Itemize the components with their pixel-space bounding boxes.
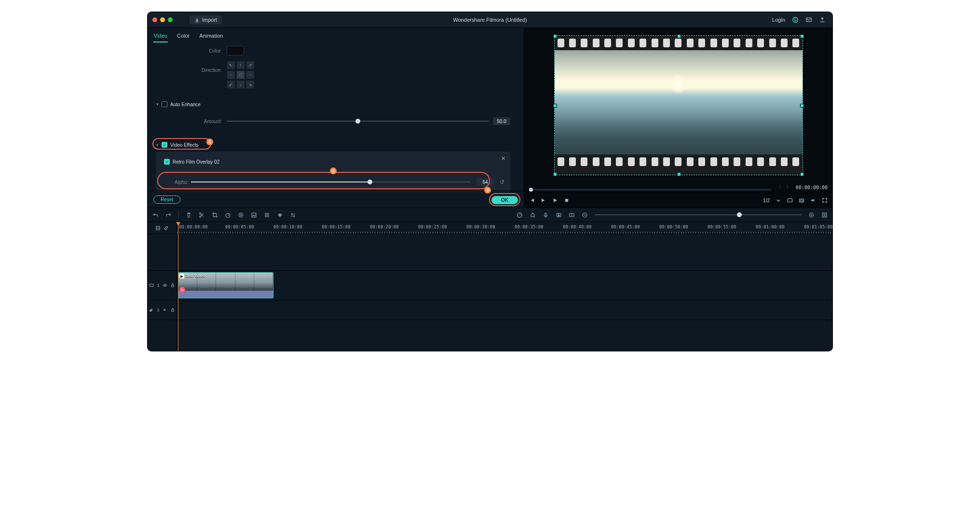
speaker-icon[interactable] xyxy=(163,307,167,312)
direction-grid: ↖ ↑ ↗ ← □ → ↙ ↓ ↘ xyxy=(227,61,255,89)
redo-icon[interactable] xyxy=(165,212,172,218)
video-effects-checkbox[interactable]: ✓ xyxy=(162,142,167,148)
stop-icon[interactable] xyxy=(564,197,570,203)
playhead[interactable] xyxy=(178,222,178,351)
empty-track[interactable] xyxy=(177,234,832,271)
import-icon xyxy=(194,17,200,23)
inspector-panel: Video Color Animation Color: Direction: … xyxy=(148,28,524,208)
zoom-fit-icon[interactable] xyxy=(821,212,828,218)
alpha-slider[interactable] xyxy=(191,179,471,185)
time-ruler[interactable]: 00:00:00:00 00:00:05:00 00:00:10:00 00:0… xyxy=(177,222,832,234)
quality-icon[interactable] xyxy=(787,197,793,203)
volume-icon[interactable] xyxy=(810,197,816,203)
zoom-in-icon[interactable] xyxy=(808,212,815,218)
inspector-scroll: Color: Direction: ↖ ↑ ↗ ← □ → ↙ xyxy=(148,42,524,208)
remove-effect-button[interactable]: ✕ xyxy=(501,155,505,162)
zoom-out-icon[interactable] xyxy=(582,212,588,218)
empty-track-2[interactable] xyxy=(177,320,832,351)
timeline-toolbar xyxy=(148,208,832,222)
timeline-tracks[interactable]: 00:00:00:00 00:00:05:00 00:00:10:00 00:0… xyxy=(177,222,832,351)
amount-label: Amount: xyxy=(169,119,227,124)
direction-center[interactable]: □ xyxy=(236,70,245,79)
direction-sw[interactable]: ↙ xyxy=(227,80,235,89)
auto-enhance-checkbox[interactable] xyxy=(162,101,167,107)
cloud-sync-icon[interactable] xyxy=(792,16,799,23)
track-manage-icon[interactable] xyxy=(155,225,161,231)
login-button[interactable]: Login xyxy=(772,17,785,23)
split-icon[interactable] xyxy=(199,212,205,218)
ruler-mark: 00:00:20:00 xyxy=(370,224,399,229)
alpha-label: Alpha: xyxy=(175,180,191,185)
timeline-body: 1 1 00:00:00:00 00:00:05:00 00:00:10:00 … xyxy=(148,222,832,351)
chevron-down-icon[interactable]: ▾ xyxy=(156,102,159,107)
chevron-down-icon[interactable] xyxy=(776,197,781,203)
preview-frame[interactable] xyxy=(554,35,803,175)
preview-scrubber[interactable]: 〈 〉 00:00:00:00 xyxy=(524,182,832,193)
audio-track-icon xyxy=(149,307,154,312)
video-track-header: 1 xyxy=(148,271,177,300)
tab-color[interactable]: Color xyxy=(177,31,190,42)
svg-rect-3 xyxy=(788,199,792,202)
video-track-1[interactable]: ▶ Sea Video fx xyxy=(177,271,832,300)
tab-video[interactable]: Video xyxy=(153,31,168,42)
zoom-slider[interactable] xyxy=(595,212,802,218)
adjust-icon[interactable] xyxy=(290,212,296,218)
video-clip[interactable]: ▶ Sea Video fx xyxy=(178,272,273,298)
direction-e[interactable]: → xyxy=(246,70,255,79)
direction-nw[interactable]: ↖ xyxy=(227,61,235,70)
mail-icon[interactable] xyxy=(805,16,812,23)
chevron-down-icon[interactable]: ▾ xyxy=(156,142,159,147)
green-screen-icon[interactable] xyxy=(251,212,257,218)
marker-icon[interactable] xyxy=(530,212,536,218)
keyframe-icon[interactable] xyxy=(277,212,283,218)
amount-slider[interactable] xyxy=(227,118,489,124)
zoom-ratio[interactable]: 1/2 xyxy=(763,198,770,203)
audio-track-header: 1 xyxy=(148,300,177,320)
next-frame-icon[interactable] xyxy=(541,197,546,203)
color-icon[interactable] xyxy=(238,212,244,218)
preview-controls: 1/2 xyxy=(524,193,832,208)
color-swatch[interactable] xyxy=(227,46,244,56)
eye-icon[interactable] xyxy=(163,283,167,288)
mixer-icon[interactable] xyxy=(517,212,523,218)
svg-rect-25 xyxy=(171,285,174,287)
prev-frame-icon[interactable] xyxy=(529,197,535,203)
render-icon[interactable] xyxy=(556,212,562,218)
clip-effect-badge[interactable]: fx xyxy=(179,287,185,293)
export-icon[interactable] xyxy=(819,16,826,23)
crop-icon[interactable] xyxy=(212,212,218,218)
lock-icon[interactable] xyxy=(170,307,175,312)
reset-alpha-icon[interactable]: ↺ xyxy=(500,179,504,185)
snapshot-icon[interactable] xyxy=(799,197,804,203)
section-video-effects: ▾ ✓ Video Effects 1 xyxy=(156,139,510,150)
alpha-value[interactable]: 64 xyxy=(476,178,494,186)
ruler-mark: 00:00:50:00 xyxy=(659,224,688,229)
amount-value[interactable]: 50.0 xyxy=(493,117,510,125)
voiceover-icon[interactable] xyxy=(543,212,549,218)
direction-w[interactable]: ← xyxy=(227,70,235,79)
close-window-button[interactable] xyxy=(152,17,157,22)
play-icon[interactable] xyxy=(552,197,558,203)
direction-s[interactable]: ↓ xyxy=(236,80,245,89)
fullscreen-icon[interactable] xyxy=(822,197,828,203)
speed-icon[interactable] xyxy=(225,212,231,218)
film-overlay xyxy=(555,36,803,175)
motion-tracking-icon[interactable] xyxy=(264,212,270,218)
import-button[interactable]: Import xyxy=(190,15,222,24)
minimize-window-button[interactable] xyxy=(160,17,165,22)
direction-ne[interactable]: ↗ xyxy=(246,61,255,70)
svg-point-13 xyxy=(266,214,267,215)
effect-enable-checkbox[interactable]: ✓ xyxy=(164,159,170,165)
direction-n[interactable]: ↑ xyxy=(236,61,245,70)
undo-icon[interactable] xyxy=(152,212,159,218)
snap-icon[interactable] xyxy=(569,212,575,218)
audio-track-1[interactable] xyxy=(177,300,832,320)
zoom-window-button[interactable] xyxy=(168,17,173,22)
ok-button[interactable]: OK xyxy=(491,196,518,204)
link-icon[interactable] xyxy=(163,225,169,231)
lock-icon[interactable] xyxy=(170,283,175,288)
direction-se[interactable]: ↘ xyxy=(246,80,255,89)
tab-animation[interactable]: Animation xyxy=(199,31,223,42)
reset-button[interactable]: Reset xyxy=(153,196,180,204)
delete-icon[interactable] xyxy=(186,212,192,218)
